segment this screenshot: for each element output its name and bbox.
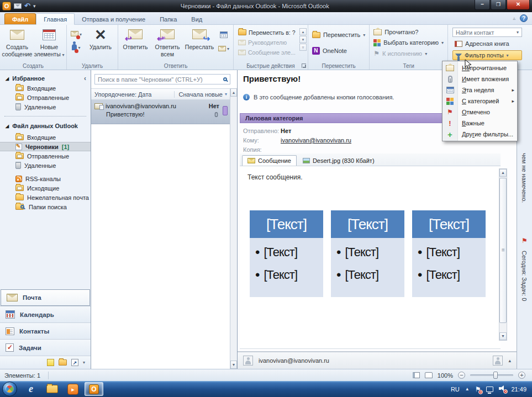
find-contact-input[interactable]: Найти контакт xyxy=(452,28,522,37)
search-input[interactable] xyxy=(98,76,221,83)
tab-home[interactable]: Главная xyxy=(36,13,75,25)
more-quicksteps-icon[interactable]: ▿ xyxy=(299,44,307,51)
category-chip[interactable] xyxy=(223,106,228,115)
minimize-button[interactable] xyxy=(475,0,490,10)
dialog-launcher-icon[interactable] xyxy=(302,63,306,68)
quickstep-to-manager[interactable]: Руководителю xyxy=(236,38,297,47)
tab-message[interactable]: Сообщение xyxy=(242,155,297,166)
reply-all-button[interactable]: Ответить всем xyxy=(151,26,183,60)
nav-calendar[interactable]: Календарь xyxy=(0,306,91,322)
folder-inbox-favorite[interactable]: Входящие xyxy=(0,83,91,93)
menu-item-this-week[interactable]: Эта неделя xyxy=(443,84,517,96)
folder-search[interactable]: Папки поиска xyxy=(0,202,91,211)
onenote-button[interactable]: OneNote xyxy=(309,45,350,56)
folder-sent[interactable]: Отправленные xyxy=(0,151,91,161)
close-button[interactable] xyxy=(507,0,530,10)
quickstep-move-to[interactable]: Переместить в: ? xyxy=(236,28,297,37)
taskbar-media-player[interactable] xyxy=(64,382,82,396)
reply-button[interactable]: Ответить xyxy=(119,26,151,60)
scroll-up-icon[interactable]: ▲ xyxy=(230,88,237,97)
folder-outbox[interactable]: Исходящие xyxy=(0,183,91,193)
scroll-down-icon[interactable]: ▾ xyxy=(299,36,307,43)
message-list-item[interactable]: ivanovivan@ivanovivan.ru Нет Приветствую… xyxy=(91,100,230,124)
datafile-header[interactable]: Файл данных Outlook xyxy=(0,120,91,131)
ignore-button[interactable] xyxy=(68,28,85,40)
zoom-in-button[interactable]: + xyxy=(518,372,525,379)
undo-icon[interactable] xyxy=(24,3,30,9)
collapse-triangle-icon[interactable] xyxy=(6,76,9,81)
collapse-people-pane-icon[interactable] xyxy=(508,358,511,363)
new-email-button[interactable]: Создать сообщение xyxy=(1,26,33,60)
tab-folder[interactable]: Папка xyxy=(152,14,184,24)
zoom-out-button[interactable]: − xyxy=(458,372,465,379)
folder-junk[interactable]: Нежелательная почта xyxy=(0,193,91,202)
zoom-level[interactable]: 100% xyxy=(438,372,453,379)
language-indicator[interactable]: RU xyxy=(451,386,460,393)
search-box[interactable] xyxy=(94,74,230,84)
shortcuts-icon[interactable] xyxy=(71,359,78,366)
taskbar-internet-explorer[interactable] xyxy=(22,382,40,396)
tab-attachment-desert[interactable]: Desert.jpg (830 Кбайт) xyxy=(298,156,380,166)
scroll-down-icon[interactable]: ▼ xyxy=(499,332,507,340)
more-respond-button[interactable] xyxy=(215,43,232,55)
show-hidden-icons[interactable] xyxy=(465,387,470,391)
favorites-header[interactable]: Избранное xyxy=(0,72,91,83)
normal-view-icon[interactable] xyxy=(413,372,420,378)
menu-item-more-filters[interactable]: Другие фильтры... xyxy=(443,129,517,140)
scroll-down-icon[interactable]: ▼ xyxy=(230,361,237,369)
sort-by-label[interactable]: Упорядочение: Дата xyxy=(94,91,151,98)
collapse-ribbon-icon[interactable] xyxy=(513,15,515,21)
nav-tasks[interactable]: Задачи xyxy=(0,339,91,356)
scroll-up-icon[interactable]: ▴ xyxy=(299,28,307,35)
tab-send-receive[interactable]: Отправка и получение xyxy=(75,14,152,24)
tab-view[interactable]: Вид xyxy=(184,14,209,24)
search-icon[interactable] xyxy=(223,77,227,81)
filter-email-button[interactable]: Фильтр почты xyxy=(452,50,522,60)
taskbar-explorer[interactable] xyxy=(43,382,61,396)
mark-read-button[interactable]: Прочитано? xyxy=(371,27,421,37)
menu-item-flagged[interactable]: Отмечено xyxy=(443,107,517,118)
folder-inbox[interactable]: Входящие xyxy=(0,133,91,142)
people-pane[interactable]: ivanovivan@ivanovivan.ru xyxy=(238,351,517,369)
menu-item-important[interactable]: Важные xyxy=(443,118,517,129)
folder-list-icon[interactable] xyxy=(59,359,67,366)
tab-file[interactable]: Файл xyxy=(4,13,36,24)
folder-deleted[interactable]: Удаленные xyxy=(0,161,91,170)
collapse-triangle-icon[interactable] xyxy=(6,124,9,129)
scroll-up-icon[interactable]: ▲ xyxy=(499,169,507,177)
delete-button[interactable]: Удалить xyxy=(85,26,117,60)
notes-module-icon[interactable] xyxy=(47,359,54,366)
meeting-reply-button[interactable] xyxy=(215,29,232,41)
junk-button[interactable] xyxy=(68,41,85,54)
forward-button[interactable]: Переслать xyxy=(183,26,215,60)
start-button[interactable] xyxy=(2,382,17,396)
folder-sent-favorite[interactable]: Отправленные xyxy=(0,93,91,102)
nav-contacts[interactable]: Контакты xyxy=(0,322,91,339)
folder-rss[interactable]: RSS-каналы xyxy=(0,174,91,183)
configure-buttons-icon[interactable] xyxy=(83,360,85,365)
quickstep-team-email[interactable]: Сообщение эле... xyxy=(236,47,297,57)
taskbar-outlook[interactable] xyxy=(85,382,103,396)
todo-bar-collapsed[interactable]: чем не намечено. Сегодня: Задач: 0 xyxy=(517,70,532,369)
minimize-navpane-icon[interactable] xyxy=(84,75,86,82)
reading-view-icon[interactable] xyxy=(425,372,433,378)
chevron-down-icon[interactable] xyxy=(225,92,227,97)
zoom-slider-thumb[interactable] xyxy=(493,372,498,379)
zoom-slider[interactable] xyxy=(470,374,513,376)
folder-drafts[interactable]: Черновики[1] xyxy=(0,142,91,151)
sort-order-label[interactable]: Сначала новые xyxy=(174,91,223,98)
maximize-button[interactable] xyxy=(491,0,506,10)
nav-mail[interactable]: Почта xyxy=(1,289,90,306)
categorize-button[interactable]: Выбрать категорию xyxy=(371,37,446,48)
new-items-button[interactable]: Новые элементы xyxy=(33,26,65,60)
network-icon[interactable] xyxy=(486,387,493,392)
outlook-app-icon[interactable] xyxy=(2,2,11,10)
reading-scrollbar[interactable]: ▲ ▼ xyxy=(499,168,507,341)
scrollbar-thumb[interactable] xyxy=(499,178,507,323)
folder-deleted-favorite[interactable]: Удаленные xyxy=(0,102,91,112)
to-value[interactable]: ivanovivan@ivanovivan.ru xyxy=(281,137,351,144)
address-book-button[interactable]: Адресная книга xyxy=(452,40,522,47)
follow-up-button[interactable]: К исполнению xyxy=(371,48,430,59)
menu-item-has-attachments[interactable]: Имеет вложения xyxy=(443,73,517,84)
send-receive-icon[interactable] xyxy=(14,3,22,9)
